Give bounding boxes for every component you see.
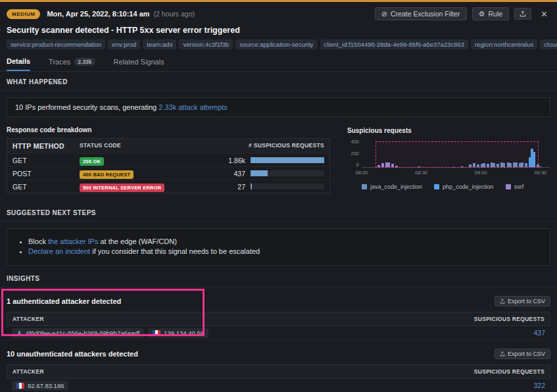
attacker-ip-chip[interactable]: 129.134.40.58 [148, 328, 208, 338]
request-count: 27 [218, 183, 245, 191]
declare-incident-link[interactable]: Declare an incident [28, 247, 90, 255]
breakdown-header-row: HTTP METHOD STATUS CODE # SUSPICIOUS REQ… [7, 139, 329, 153]
legend-swatch-java-code-injection [362, 184, 367, 189]
breakdown-row[interactable]: GET 500 INTERNAL SERVER ERROR 27 [7, 180, 329, 193]
rule-label: Rule [488, 10, 502, 18]
signal-header: MEDIUM Mon, Apr 25, 2022, 8:10:14 am (2 … [0, 2, 557, 20]
status-code-badge: 200 OK [80, 157, 104, 166]
unauthenticated-attackers-title: 10 unauthenticated attackers detected [7, 350, 138, 358]
tag-chip[interactable]: region:northcentralus [471, 39, 537, 49]
suggested-next-steps-heading: SUGGESTED NEXT STEPS [0, 203, 557, 222]
request-count-bar [251, 184, 324, 189]
country-flag-icon [153, 330, 160, 336]
tag-chip[interactable]: source:application-security [235, 39, 317, 49]
col-suspicious-requests: # SUSPICIOUS REQUESTS [249, 142, 324, 150]
tag-list: service:product-recommendation env:prod … [0, 35, 557, 49]
col-status-code: STATUS CODE [80, 142, 249, 150]
signal-timestamp: Mon, Apr 25, 2022, 8:10:14 am [47, 10, 149, 18]
slash-circle-icon: ⊘ [381, 11, 387, 18]
export-csv-button[interactable]: Export to CSV [495, 349, 550, 359]
summary-text: 10 IPs performed security scans, generat… [15, 103, 158, 111]
rule-button[interactable]: ⚙ Rule [472, 7, 509, 20]
chart-x-tick: 08:30 [415, 170, 427, 176]
close-icon[interactable]: ✕ [538, 9, 550, 19]
legend-swatch-ssrf [506, 184, 511, 189]
col-suspicious-requests: SUSPICIOUS REQUESTS [474, 316, 545, 322]
legend-item[interactable]: php_code_injection [434, 184, 494, 190]
unauthenticated-attackers-section: 10 unauthenticated attackers detected Ex… [0, 340, 557, 392]
attacker-ip: 82.67.83.186 [28, 382, 64, 389]
tab-traces[interactable]: Traces 2.33k [49, 57, 95, 71]
attacker-ip-chip[interactable]: 82.67.83.186 [12, 381, 68, 391]
breakdown-row[interactable]: GET 200 OK 1.86k [7, 153, 329, 166]
attack-attempts-link[interactable]: 2.33k attack attempts [158, 103, 228, 111]
tag-chip[interactable]: client_id:f1504495-28da-4e99-85f6-a5e37a… [320, 39, 468, 49]
suspicious-requests-plot[interactable] [362, 141, 550, 168]
col-http-method: HTTP METHOD [12, 142, 80, 150]
header-actions: ⊘ Create Exclusion Filter ⚙ Rule ✕ [375, 7, 550, 20]
suspicious-requests-count[interactable]: 322 [533, 381, 545, 389]
suggested-next-steps-box: Block the attacker IPs at the edge (WAF/… [7, 228, 550, 266]
chart-bar [539, 166, 541, 167]
tab-bar: Details Traces 2.33k Related Signals [0, 49, 557, 72]
col-suspicious-requests: SUSPICIOUS REQUESTS [474, 368, 545, 375]
share-button[interactable] [514, 8, 531, 20]
chart-y-tick: 0 [356, 162, 359, 168]
upload-icon [500, 351, 505, 356]
breakdown-title: Response code breakdown [7, 126, 330, 134]
step-text: Block [28, 237, 48, 245]
step-text: if you consider that this signal needs t… [90, 247, 260, 255]
create-exclusion-filter-button[interactable]: ⊘ Create Exclusion Filter [375, 7, 467, 20]
request-count-bar [251, 157, 324, 163]
tag-chip[interactable]: service:product-recommendation [7, 39, 105, 49]
legend-label: java_code_injection [370, 184, 422, 190]
attacker-user-chip[interactable]: 4f6d0fee-e41c-556e-b269-59b9b7a6aadf [12, 328, 144, 338]
authenticated-attacker-section: 1 authenticated attacker detected Export… [0, 287, 557, 340]
http-method: GET [12, 183, 80, 191]
request-count: 1.86k [218, 157, 245, 164]
tab-related-signals-label: Related Signals [114, 58, 164, 66]
tag-chip[interactable]: team:ads [143, 39, 176, 49]
traces-count-badge: 2.33k [74, 58, 95, 66]
legend-item[interactable]: ssrf [506, 184, 524, 190]
legend-item[interactable]: java_code_injection [362, 184, 422, 190]
attacker-user-id: 4f6d0fee-e41c-556e-b269-59b9b7a6aadf [26, 330, 139, 337]
tab-details-label: Details [7, 57, 30, 65]
chart-x-tick: 08:00 [356, 170, 368, 176]
request-count-bar [251, 170, 324, 176]
col-attacker: ATTACKER [12, 368, 44, 375]
step-text: at the edge (WAF/CDN) [98, 237, 176, 245]
attacker-ip: 129.134.40.58 [164, 330, 204, 337]
severity-badge: MEDIUM [7, 9, 40, 19]
tab-details[interactable]: Details [7, 57, 30, 71]
next-step-item: Declare an incident if you consider that… [28, 247, 541, 255]
signal-title: Security scanner detected - HTTP 5xx ser… [0, 20, 557, 35]
suspicious-requests-count[interactable]: 437 [533, 329, 545, 337]
request-count: 437 [218, 170, 245, 178]
attacker-ips-link[interactable]: the attacker IPs [48, 237, 98, 245]
tag-chip[interactable]: env:prod [108, 39, 140, 49]
response-code-breakdown: Response code breakdown HTTP METHOD STAT… [7, 126, 330, 193]
tag-chip[interactable]: version:4c3f1f3b [179, 39, 233, 49]
upload-icon [500, 299, 505, 304]
breakdown-row[interactable]: POST 400 BAD REQUEST 437 [7, 166, 329, 180]
chart-y-tick: 200 [351, 151, 359, 157]
chart-legend: java_code_injection php_code_injection s… [362, 184, 550, 190]
col-attacker: ATTACKER [12, 316, 44, 322]
chart-y-tick: 400 [351, 139, 359, 145]
attacker-table-header: ATTACKER SUSPICIOUS REQUESTS [7, 364, 550, 379]
user-icon [16, 330, 22, 336]
chart-y-axis: 4002000 [347, 139, 362, 168]
suspicious-requests-chart: Suspicious requests 4002000 08:0008:3009… [347, 126, 550, 193]
tag-chip[interactable]: cloud_provider:gcp [540, 39, 557, 49]
export-csv-label: Export to CSV [508, 351, 545, 357]
tab-related-signals[interactable]: Related Signals [114, 57, 164, 71]
create-exclusion-filter-label: Create Exclusion Filter [391, 10, 460, 18]
chart-selection-region[interactable] [375, 141, 539, 168]
next-step-item: Block the attacker IPs at the edge (WAF/… [28, 237, 541, 245]
chart-x-axis: 08:0008:3009:0009:30 [362, 168, 550, 176]
legend-label: php_code_injection [443, 184, 494, 190]
export-csv-button[interactable]: Export to CSV [495, 296, 550, 306]
status-code-badge: 400 BAD REQUEST [80, 170, 133, 179]
http-method: GET [12, 157, 80, 164]
